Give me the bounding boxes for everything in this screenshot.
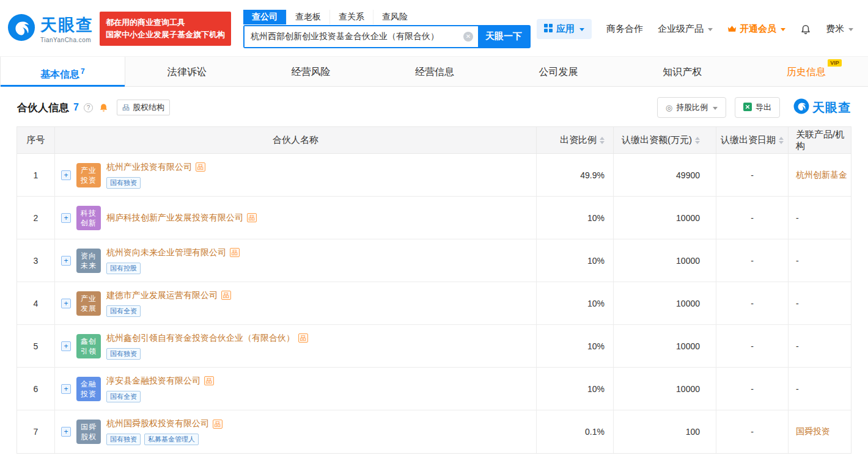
apps-menu-button[interactable]: 应用 bbox=[537, 19, 592, 39]
related-product[interactable]: 杭州创新基金 bbox=[789, 154, 851, 196]
related-product: - bbox=[789, 282, 851, 324]
search-tab-relation[interactable]: 查关系 bbox=[329, 10, 373, 24]
nav-open-membership[interactable]: 开通会员 bbox=[727, 23, 785, 35]
row-index: 2 bbox=[17, 197, 55, 239]
partner-avatar[interactable]: 资向 未来 bbox=[76, 249, 101, 273]
subscribed-amount: 10000 bbox=[614, 325, 716, 367]
tab-company-development[interactable]: 公司发展 bbox=[496, 57, 620, 86]
avatar-text-line1: 鑫创 bbox=[81, 336, 97, 346]
membership-label: 开通会员 bbox=[740, 23, 776, 35]
tab-basic-info[interactable]: 基本信息7 bbox=[0, 57, 125, 86]
partner-avatar[interactable]: 鑫创 引领 bbox=[76, 334, 101, 358]
monitor-bell-icon[interactable] bbox=[99, 103, 108, 112]
table-row: 5 + 鑫创 引领 杭州鑫创引领自有资金投资合伙企业（有限合伙） 品 国有独资 … bbox=[17, 325, 851, 368]
search-input[interactable] bbox=[245, 26, 478, 47]
partner-tags: 国有控股 bbox=[106, 263, 240, 274]
partner-name-link[interactable]: 杭州资向未来企业管理有限公司 bbox=[106, 247, 226, 258]
row-index: 3 bbox=[17, 239, 55, 282]
partner-tag: 国有全资 bbox=[106, 305, 141, 317]
search-tab-company[interactable]: 查公司 bbox=[243, 10, 286, 24]
expand-row-button[interactable]: + bbox=[61, 170, 71, 180]
expand-row-button[interactable]: + bbox=[61, 341, 71, 351]
partner-avatar[interactable]: 金融 投资 bbox=[76, 377, 101, 401]
chevron-down-icon bbox=[848, 28, 853, 31]
org-chart-icon: 品 bbox=[122, 103, 130, 113]
tianyancha-logo[interactable]: 天眼查 TianYanCha.com bbox=[7, 13, 94, 44]
col-header-ratio[interactable]: 出资比例 bbox=[537, 127, 614, 153]
expand-row-button[interactable]: + bbox=[61, 299, 71, 308]
equity-structure-icon[interactable]: 品 bbox=[204, 376, 214, 385]
table-body: 1 + 产业 投资 杭州产业投资有限公司 品 国有独资 49.9% 49900 … bbox=[17, 154, 851, 453]
expand-row-button[interactable]: + bbox=[61, 427, 71, 437]
partner-avatar[interactable]: 产业 投资 bbox=[76, 163, 101, 187]
equity-structure-icon[interactable]: 品 bbox=[213, 420, 223, 429]
section-title: 合伙人信息 bbox=[17, 101, 69, 115]
chevron-down-icon bbox=[579, 28, 584, 31]
partner-tags: 国有全资 bbox=[106, 305, 231, 317]
related-product: - bbox=[789, 239, 851, 282]
related-product[interactable]: 国舜投资 bbox=[789, 410, 851, 453]
tab-label: 公司发展 bbox=[539, 67, 578, 77]
contribution-ratio: 10% bbox=[537, 239, 614, 282]
search-tab-boss[interactable]: 查老板 bbox=[286, 10, 329, 24]
sort-icon[interactable] bbox=[600, 137, 605, 144]
tab-operational-risk[interactable]: 经营风险 bbox=[249, 57, 373, 86]
expand-row-button[interactable]: + bbox=[61, 384, 71, 394]
subscribed-date: - bbox=[716, 368, 789, 410]
avatar-text-line2: 未来 bbox=[81, 261, 97, 271]
col-header-partner-name: 合伙人名称 bbox=[55, 127, 537, 153]
partner-tag: 国有独资 bbox=[106, 434, 141, 445]
tab-business-info[interactable]: 经营信息 bbox=[373, 57, 497, 86]
user-menu[interactable]: 费米 bbox=[826, 23, 853, 35]
partner-name-cell: + 产业 发展 建德市产业发展运营有限公司 品 国有全资 bbox=[55, 282, 537, 324]
slogan-line2: 国家中小企业发展子基金旗下机构 bbox=[106, 29, 225, 41]
shareholding-ratio-button[interactable]: ◎ 持股比例 bbox=[657, 97, 726, 118]
equity-structure-icon[interactable]: 品 bbox=[221, 291, 231, 300]
equity-structure-icon[interactable]: 品 bbox=[298, 333, 308, 343]
tab-label: 经营风险 bbox=[291, 67, 330, 77]
username-label: 费米 bbox=[826, 23, 844, 35]
brand-domain: TianYanCha.com bbox=[40, 37, 94, 43]
avatar-text-line1: 金融 bbox=[81, 379, 97, 389]
equity-structure-icon[interactable]: 品 bbox=[230, 248, 240, 257]
tab-intellectual-property[interactable]: 知识产权 bbox=[620, 57, 745, 86]
partner-name-link[interactable]: 淳安县金融投资有限公司 bbox=[106, 376, 200, 387]
sort-icon[interactable] bbox=[779, 137, 784, 144]
partner-tag: 国有独资 bbox=[106, 348, 141, 360]
tab-history-info[interactable]: 历史信息 VIP bbox=[744, 57, 868, 86]
col-header-date[interactable]: 认缴出资日期 bbox=[716, 127, 789, 153]
partner-avatar[interactable]: 国舜 股权 bbox=[76, 420, 101, 444]
col-header-index: 序号 bbox=[17, 127, 55, 153]
sort-icon[interactable] bbox=[695, 137, 700, 144]
partner-name-link[interactable]: 杭州产业投资有限公司 bbox=[106, 162, 192, 173]
search-tab-risk[interactable]: 查风险 bbox=[373, 10, 416, 24]
col-header-amount[interactable]: 认缴出资额(万元) bbox=[614, 127, 716, 153]
partner-name-cell: + 金融 投资 淳安县金融投资有限公司 品 国有全资 bbox=[55, 368, 537, 410]
avatar-text-line1: 产业 bbox=[81, 165, 97, 175]
tab-legal-proceedings[interactable]: 法律诉讼 bbox=[125, 57, 249, 86]
notification-bell-icon[interactable] bbox=[800, 23, 811, 34]
col-header-label: 出资比例 bbox=[560, 134, 597, 146]
clear-search-icon[interactable]: ✕ bbox=[463, 32, 473, 42]
avatar-text-line2: 投资 bbox=[81, 175, 97, 185]
vip-badge: VIP bbox=[828, 59, 842, 67]
info-icon[interactable]: ? bbox=[84, 103, 93, 112]
search-button[interactable]: 天眼一下 bbox=[478, 26, 529, 47]
partner-name-link[interactable]: 建德市产业发展运营有限公司 bbox=[106, 290, 218, 301]
equity-structure-icon[interactable]: 品 bbox=[247, 213, 257, 222]
expand-row-button[interactable]: + bbox=[61, 256, 71, 266]
equity-structure-button[interactable]: 品 股权结构 bbox=[117, 100, 170, 115]
partner-avatar[interactable]: 产业 发展 bbox=[76, 291, 101, 316]
nav-enterprise-products[interactable]: 企业级产品 bbox=[658, 23, 713, 35]
export-button[interactable]: 导出 bbox=[735, 97, 780, 118]
related-product: - bbox=[789, 197, 851, 239]
partner-name-link[interactable]: 杭州鑫创引领自有资金投资合伙企业（有限合伙） bbox=[106, 333, 295, 344]
subscribed-date: - bbox=[716, 197, 789, 239]
equity-structure-icon[interactable]: 品 bbox=[196, 162, 205, 172]
nav-business-cooperation[interactable]: 商务合作 bbox=[606, 23, 643, 35]
partner-name-link[interactable]: 杭州国舜股权投资有限公司 bbox=[106, 418, 209, 429]
contribution-ratio: 10% bbox=[537, 325, 614, 367]
partner-name-link[interactable]: 桐庐科技创新产业发展投资有限公司 bbox=[106, 213, 243, 224]
partner-avatar[interactable]: 科技 创新 bbox=[76, 206, 101, 230]
expand-row-button[interactable]: + bbox=[61, 213, 71, 223]
